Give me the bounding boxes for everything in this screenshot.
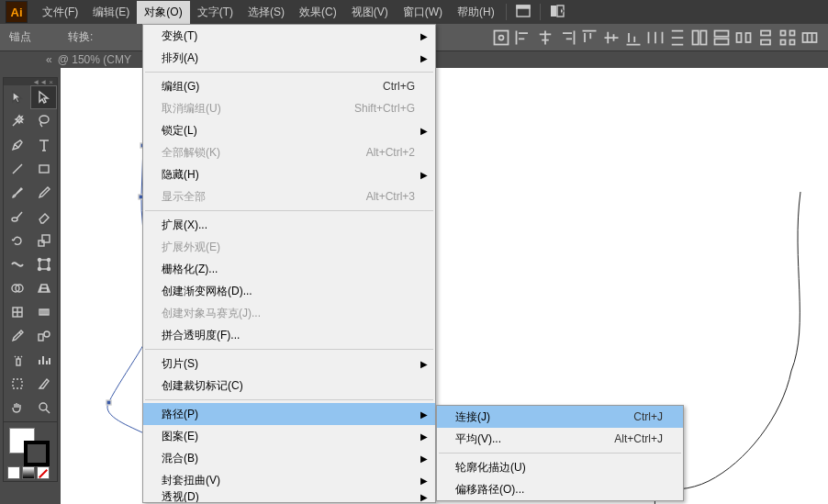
submenu-arrow-icon: ▶ (420, 126, 428, 136)
menu-item[interactable]: 连接(J)Ctrl+J (437, 406, 683, 428)
arrange-icon[interactable] (544, 3, 570, 22)
artboard-tool[interactable] (4, 372, 30, 396)
eyedropper-tool[interactable] (4, 324, 30, 348)
submenu-arrow-icon: ▶ (420, 409, 428, 420)
scale-tool[interactable] (30, 229, 57, 252)
menu-select[interactable]: 选择(S) (241, 1, 292, 24)
align-top-icon[interactable] (580, 28, 599, 47)
align-center-v-icon[interactable] (602, 28, 621, 47)
menu-item[interactable]: 隐藏(H)▶ (143, 163, 435, 185)
menu-object[interactable]: 对象(O) (137, 1, 189, 24)
perspective-grid-tool[interactable] (30, 276, 57, 300)
paintbrush-tool[interactable] (4, 181, 30, 205)
anchor-label: 锚点 (9, 29, 31, 45)
menu-effect[interactable]: 效果(C) (292, 1, 344, 24)
free-transform-tool[interactable] (30, 252, 57, 276)
symbol-sprayer-tool[interactable] (4, 348, 30, 372)
menu-item[interactable]: 混合(B)▶ (143, 447, 435, 469)
align-center-h-icon[interactable] (536, 28, 554, 47)
menu-item[interactable]: 平均(V)...Alt+Ctrl+J (437, 428, 683, 450)
line-tool[interactable] (4, 157, 30, 181)
svg-point-40 (44, 331, 50, 337)
type-tool[interactable] (30, 133, 57, 157)
toolbox-handle[interactable]: ◄◄ × (4, 78, 57, 85)
selection-tool[interactable] (4, 85, 30, 109)
svg-rect-6 (693, 30, 699, 44)
workspace-icon[interactable] (510, 3, 536, 22)
align-right-icon[interactable] (558, 28, 576, 47)
menu-separator (145, 349, 433, 350)
menu-item[interactable]: 轮廓化描边(U) (437, 456, 683, 478)
shape-builder-tool[interactable] (4, 276, 30, 300)
menu-item-label: 创建对象马赛克(J)... (162, 306, 261, 321)
menu-item[interactable]: 锁定(L)▶ (143, 119, 435, 141)
stroke-swatch[interactable] (24, 441, 50, 466)
cb-icon[interactable] (690, 28, 709, 47)
svg-rect-39 (39, 334, 43, 341)
gradient-tool[interactable] (30, 300, 57, 324)
menu-item[interactable]: 编组(G)Ctrl+G (143, 75, 435, 97)
menu-item[interactable]: 创建渐变网格(D)... (143, 280, 435, 302)
color-mode-solid[interactable] (7, 466, 20, 479)
menu-item: 取消编组(U)Shift+Ctrl+G (143, 97, 435, 119)
blob-brush-tool[interactable] (4, 205, 30, 229)
menu-item[interactable]: 创建裁切标记(C) (143, 375, 435, 397)
menu-separator (145, 72, 433, 73)
slice-tool[interactable] (30, 372, 57, 396)
direct-selection-tool[interactable] (30, 85, 57, 109)
pen-tool[interactable] (4, 133, 30, 157)
rectangle-tool[interactable] (30, 157, 57, 181)
cb-icon[interactable] (800, 28, 819, 47)
color-mode-gradient[interactable] (22, 466, 35, 479)
distribute-h-icon[interactable] (646, 28, 665, 47)
menu-shortcut: Alt+Ctrl+J (614, 432, 663, 445)
color-mode-none[interactable] (37, 466, 50, 479)
tab-title: @ 150% (CMY (58, 53, 131, 66)
cb-icon[interactable] (756, 28, 775, 47)
cb-icon[interactable] (712, 28, 731, 47)
rotate-tool[interactable] (4, 229, 30, 252)
grid-icon[interactable] (778, 28, 797, 47)
menu-item[interactable]: 路径(P)▶ (143, 403, 435, 425)
menu-item[interactable]: 拼合透明度(F)... (143, 324, 435, 346)
column-graph-tool[interactable] (30, 348, 57, 372)
hand-tool[interactable] (4, 396, 30, 420)
menu-edit[interactable]: 编辑(E) (85, 1, 137, 24)
cb-icon[interactable] (734, 28, 753, 47)
width-tool[interactable] (4, 252, 30, 276)
menu-item[interactable]: 栅格化(Z)... (143, 258, 435, 280)
menu-window[interactable]: 窗口(W) (396, 1, 450, 24)
mesh-tool[interactable] (4, 300, 30, 324)
fill-stroke-swatch[interactable] (4, 424, 57, 465)
tab-collapse-glyph[interactable]: « (46, 53, 52, 66)
menu-help[interactable]: 帮助(H) (450, 1, 502, 24)
menu-item[interactable]: 扩展(X)... (143, 214, 435, 236)
distribute-v-icon[interactable] (668, 28, 687, 47)
menu-item[interactable]: 偏移路径(O)... (437, 478, 683, 500)
menu-item: 创建对象马赛克(J)... (143, 302, 435, 324)
cb-icon[interactable] (492, 28, 510, 47)
zoom-tool[interactable] (30, 396, 57, 420)
align-left-icon[interactable] (514, 28, 532, 47)
menu-view[interactable]: 视图(V) (344, 1, 396, 24)
menu-item[interactable]: 排列(A)▶ (143, 47, 435, 69)
align-bottom-icon[interactable] (624, 28, 643, 47)
pencil-tool[interactable] (30, 181, 57, 205)
menu-item[interactable]: 透视(D)▶ (143, 491, 435, 502)
blend-tool[interactable] (30, 324, 57, 348)
menu-item[interactable]: 切片(S)▶ (143, 353, 435, 375)
svg-point-33 (38, 268, 40, 271)
menu-item[interactable]: 封套扭曲(V)▶ (143, 469, 435, 491)
lasso-tool[interactable] (30, 109, 57, 133)
eraser-tool[interactable] (30, 205, 57, 229)
app-icon: Ai (6, 1, 28, 23)
menu-item[interactable]: 变换(T)▶ (143, 25, 435, 47)
controlbar-iconstrip (492, 28, 828, 47)
menu-file[interactable]: 文件(F) (35, 1, 85, 24)
svg-point-43 (39, 403, 47, 410)
object-menu: 变换(T)▶排列(A)▶编组(G)Ctrl+G取消编组(U)Shift+Ctrl… (142, 24, 436, 503)
menu-item[interactable]: 图案(E)▶ (143, 425, 435, 447)
menu-type[interactable]: 文字(T) (190, 1, 241, 24)
magic-wand-tool[interactable] (4, 109, 30, 133)
svg-rect-13 (761, 39, 770, 44)
